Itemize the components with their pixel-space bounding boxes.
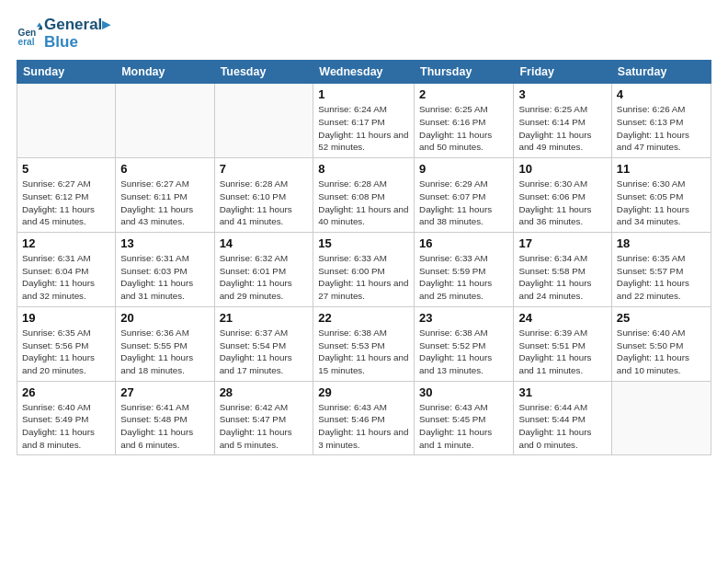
calendar-cell: 20Sunrise: 6:36 AM Sunset: 5:55 PM Dayli… [116,306,214,381]
day-info: Sunrise: 6:40 AM Sunset: 5:50 PM Dayligh… [617,327,706,377]
weekday-saturday: Saturday [611,61,711,84]
day-info: Sunrise: 6:38 AM Sunset: 5:53 PM Dayligh… [318,327,409,377]
calendar-cell: 23Sunrise: 6:38 AM Sunset: 5:52 PM Dayli… [415,306,514,381]
logo-icon: Gen eral [17,21,42,47]
calendar-cell: 5Sunrise: 6:27 AM Sunset: 6:12 PM Daylig… [17,158,116,233]
day-number: 8 [318,162,409,176]
svg-marker-3 [37,22,42,27]
day-number: 18 [617,236,706,250]
day-number: 24 [518,311,606,325]
day-info: Sunrise: 6:38 AM Sunset: 5:52 PM Dayligh… [419,327,508,377]
day-info: Sunrise: 6:40 AM Sunset: 5:49 PM Dayligh… [22,401,110,452]
calendar-cell: 2Sunrise: 6:25 AM Sunset: 6:16 PM Daylig… [415,84,514,158]
calendar-table: SundayMondayTuesdayWednesdayThursdayFrid… [17,60,711,455]
day-number: 10 [518,162,606,176]
day-number: 5 [22,162,110,176]
day-info: Sunrise: 6:32 AM Sunset: 6:01 PM Dayligh… [220,252,309,303]
day-info: Sunrise: 6:28 AM Sunset: 6:10 PM Dayligh… [220,178,309,228]
day-number: 16 [419,236,508,250]
day-number: 17 [518,236,606,250]
calendar-cell: 31Sunrise: 6:44 AM Sunset: 5:44 PM Dayli… [514,381,611,455]
day-number: 22 [318,311,409,325]
calendar-cell: 6Sunrise: 6:27 AM Sunset: 6:11 PM Daylig… [116,158,214,233]
calendar-cell: 18Sunrise: 6:35 AM Sunset: 5:57 PM Dayli… [611,233,711,307]
day-number: 3 [518,87,606,101]
day-number: 6 [120,162,209,176]
day-number: 28 [220,385,309,399]
day-number: 1 [318,87,409,101]
day-number: 30 [419,385,508,399]
logo: Gen eral General▸ Blue [17,17,110,51]
calendar-cell: 11Sunrise: 6:30 AM Sunset: 6:05 PM Dayli… [611,158,711,233]
calendar-cell: 25Sunrise: 6:40 AM Sunset: 5:50 PM Dayli… [611,306,711,381]
day-number: 7 [220,162,309,176]
day-info: Sunrise: 6:27 AM Sunset: 6:12 PM Dayligh… [22,178,110,228]
weekday-wednesday: Wednesday [313,61,415,84]
day-info: Sunrise: 6:37 AM Sunset: 5:54 PM Dayligh… [220,327,309,377]
calendar-cell: 19Sunrise: 6:35 AM Sunset: 5:56 PM Dayli… [17,306,116,381]
calendar-cell: 14Sunrise: 6:32 AM Sunset: 6:01 PM Dayli… [214,233,313,307]
calendar-cell [611,381,711,455]
day-info: Sunrise: 6:35 AM Sunset: 5:57 PM Dayligh… [617,252,706,303]
day-info: Sunrise: 6:35 AM Sunset: 5:56 PM Dayligh… [22,327,110,377]
calendar-cell: 3Sunrise: 6:25 AM Sunset: 6:14 PM Daylig… [514,84,611,158]
calendar-cell: 22Sunrise: 6:38 AM Sunset: 5:53 PM Dayli… [313,306,415,381]
calendar-cell: 12Sunrise: 6:31 AM Sunset: 6:04 PM Dayli… [17,233,116,307]
calendar-page: Gen eral General▸ Blue SundayMondayTuesd… [0,0,728,563]
calendar-cell: 9Sunrise: 6:29 AM Sunset: 6:07 PM Daylig… [415,158,514,233]
day-number: 19 [22,311,110,325]
calendar-cell: 13Sunrise: 6:31 AM Sunset: 6:03 PM Dayli… [116,233,214,307]
day-info: Sunrise: 6:27 AM Sunset: 6:11 PM Dayligh… [120,178,209,228]
calendar-cell [116,84,214,158]
day-info: Sunrise: 6:42 AM Sunset: 5:47 PM Dayligh… [220,401,309,452]
calendar-cell: 28Sunrise: 6:42 AM Sunset: 5:47 PM Dayli… [214,381,313,455]
calendar-cell: 17Sunrise: 6:34 AM Sunset: 5:58 PM Dayli… [514,233,611,307]
week-row-4: 19Sunrise: 6:35 AM Sunset: 5:56 PM Dayli… [17,306,711,381]
day-number: 15 [318,236,409,250]
day-info: Sunrise: 6:30 AM Sunset: 6:05 PM Dayligh… [617,178,706,228]
day-info: Sunrise: 6:39 AM Sunset: 5:51 PM Dayligh… [518,327,606,377]
day-info: Sunrise: 6:25 AM Sunset: 6:14 PM Dayligh… [518,103,606,154]
day-info: Sunrise: 6:43 AM Sunset: 5:45 PM Dayligh… [419,401,508,452]
weekday-friday: Friday [514,61,611,84]
calendar-cell: 29Sunrise: 6:43 AM Sunset: 5:46 PM Dayli… [313,381,415,455]
day-number: 9 [419,162,508,176]
calendar-cell: 10Sunrise: 6:30 AM Sunset: 6:06 PM Dayli… [514,158,611,233]
day-info: Sunrise: 6:29 AM Sunset: 6:07 PM Dayligh… [419,178,508,228]
day-number: 12 [22,236,110,250]
calendar-cell [17,84,116,158]
calendar-cell: 15Sunrise: 6:33 AM Sunset: 6:00 PM Dayli… [313,233,415,307]
day-number: 21 [220,311,309,325]
day-number: 29 [318,385,409,399]
calendar-cell: 8Sunrise: 6:28 AM Sunset: 6:08 PM Daylig… [313,158,415,233]
day-info: Sunrise: 6:41 AM Sunset: 5:48 PM Dayligh… [120,401,209,452]
day-info: Sunrise: 6:43 AM Sunset: 5:46 PM Dayligh… [318,401,409,452]
day-info: Sunrise: 6:24 AM Sunset: 6:17 PM Dayligh… [318,103,409,154]
day-number: 20 [120,311,209,325]
day-number: 2 [419,87,508,101]
day-info: Sunrise: 6:28 AM Sunset: 6:08 PM Dayligh… [318,178,409,228]
calendar-cell [214,84,313,158]
svg-text:eral: eral [18,36,35,46]
day-info: Sunrise: 6:33 AM Sunset: 5:59 PM Dayligh… [419,252,508,303]
day-info: Sunrise: 6:33 AM Sunset: 6:00 PM Dayligh… [318,252,409,303]
weekday-sunday: Sunday [17,61,116,84]
day-number: 26 [22,385,110,399]
day-info: Sunrise: 6:36 AM Sunset: 5:55 PM Dayligh… [120,327,209,377]
day-number: 13 [120,236,209,250]
logo-text-general: General▸ [44,17,110,34]
day-info: Sunrise: 6:30 AM Sunset: 6:06 PM Dayligh… [518,178,606,228]
day-number: 27 [120,385,209,399]
day-info: Sunrise: 6:31 AM Sunset: 6:04 PM Dayligh… [22,252,110,303]
day-number: 25 [617,311,706,325]
calendar-cell: 21Sunrise: 6:37 AM Sunset: 5:54 PM Dayli… [214,306,313,381]
day-info: Sunrise: 6:25 AM Sunset: 6:16 PM Dayligh… [419,103,508,154]
day-number: 14 [220,236,309,250]
day-info: Sunrise: 6:34 AM Sunset: 5:58 PM Dayligh… [518,252,606,303]
weekday-tuesday: Tuesday [214,61,313,84]
logo-text-blue: Blue [44,34,110,52]
calendar-cell: 24Sunrise: 6:39 AM Sunset: 5:51 PM Dayli… [514,306,611,381]
calendar-cell: 7Sunrise: 6:28 AM Sunset: 6:10 PM Daylig… [214,158,313,233]
calendar-cell: 16Sunrise: 6:33 AM Sunset: 5:59 PM Dayli… [415,233,514,307]
day-number: 11 [617,162,706,176]
